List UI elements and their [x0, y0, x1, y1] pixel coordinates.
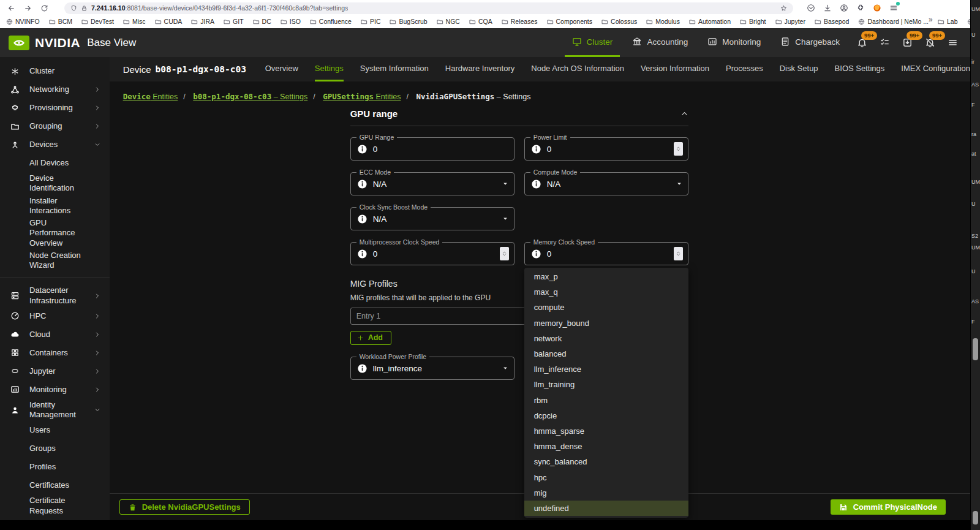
bookmark[interactable]: DC [253, 18, 271, 25]
pocket-icon[interactable] [807, 4, 815, 12]
account-icon[interactable] [840, 4, 848, 12]
browser-forward-button[interactable] [24, 4, 32, 12]
shield-icon[interactable] [70, 5, 77, 12]
device-tab[interactable]: Overview [265, 57, 298, 81]
sidebar-item[interactable]: All Devices [0, 154, 110, 172]
sidebar-item[interactable]: Provisioning [0, 99, 110, 117]
bookmark[interactable]: BugScrub [390, 18, 427, 25]
dropdown-option[interactable]: hpc [524, 469, 688, 485]
browser-menu-icon[interactable] [889, 4, 898, 12]
sidebar-item[interactable]: Jupyter [0, 362, 110, 380]
sidebar-item[interactable]: Node Creation Wizard [0, 249, 110, 272]
sidebar-item[interactable]: Certificate Requests [0, 494, 110, 517]
device-tab[interactable]: Disk Setup [780, 57, 818, 81]
bookmark[interactable]: Modulus [646, 18, 680, 25]
info-icon[interactable] [357, 363, 368, 374]
delete-settings-button[interactable]: Delete NvidiaGPUSettings [119, 499, 250, 515]
sidebar-item[interactable]: Devices [0, 135, 110, 154]
dropdown-option[interactable]: max_p [524, 269, 688, 284]
bookmark[interactable]: Lab [938, 18, 958, 25]
sidebar-item[interactable]: HPC [0, 307, 110, 325]
memory-clock-speed-field[interactable]: Memory Clock Speed 0 [524, 242, 688, 265]
dropdown-option[interactable]: llm_training [524, 377, 688, 392]
breadcrumb-item[interactable]: GPUSettings Entities [307, 92, 401, 101]
breadcrumb-item[interactable]: Device Entities [123, 92, 178, 101]
clock-sync-boost-mode-select[interactable]: Clock Sync Boost Mode N/A [350, 207, 514, 230]
device-tab[interactable]: BIOS Settings [835, 57, 885, 81]
bookmark[interactable]: ISO [281, 18, 301, 25]
dropdown-option[interactable]: mig [524, 485, 688, 501]
dropdown-option[interactable]: hmma_sparse [524, 423, 688, 439]
bookmark[interactable]: NGC [437, 18, 460, 25]
firefox-icon[interactable] [873, 4, 881, 12]
device-tab[interactable]: System Information [360, 57, 429, 81]
sidebar-item[interactable]: Groups [0, 439, 110, 458]
browser-back-button[interactable] [7, 4, 15, 12]
sidebar-item[interactable] [0, 278, 110, 278]
sidebar-item[interactable]: Certificates [0, 476, 110, 494]
breadcrumb-item[interactable]: b08-p1-dgx-08-c03 – Settings [178, 92, 307, 101]
info-icon[interactable] [357, 144, 368, 154]
bookmark[interactable]: Jupyter [775, 18, 805, 25]
info-icon[interactable] [531, 144, 541, 154]
header-nav-item[interactable]: Monitoring [700, 28, 768, 57]
sidebar-item[interactable]: Monitoring [0, 380, 110, 399]
sidebar-item[interactable]: Networking [0, 80, 110, 99]
dropdown-option[interactable]: compute [524, 300, 688, 315]
info-icon[interactable] [357, 179, 368, 189]
updates-button[interactable]: 99+ [902, 37, 913, 48]
bookmark[interactable]: BCM [49, 18, 72, 25]
dropdown-option[interactable]: network [524, 331, 688, 346]
scrollbar-thumb[interactable] [973, 338, 978, 360]
browser-reload-button[interactable] [40, 4, 48, 12]
header-nav-item[interactable]: Chargeback [773, 28, 847, 57]
bookmark[interactable]: Basepod [815, 18, 849, 25]
bookmark[interactable]: DevTest [81, 18, 114, 25]
bookmark[interactable]: NVINFO [6, 18, 40, 25]
address-bar[interactable]: 7.241.16.10:8081/base-view/device/0434b9… [64, 2, 793, 14]
info-icon[interactable] [357, 249, 368, 259]
sidebar-item[interactable]: Datacenter Infrastructure [0, 284, 110, 307]
number-stepper[interactable] [674, 142, 683, 156]
power-limit-field[interactable]: Power Limit 0 [524, 137, 688, 161]
ecc-mode-select[interactable]: ECC Mode N/A [350, 172, 514, 195]
bookmark[interactable]: PIC [361, 18, 381, 25]
notifications-button[interactable]: 99+ [857, 37, 867, 48]
collapse-section-icon[interactable] [680, 110, 688, 118]
header-nav-item[interactable]: Cluster [565, 28, 620, 57]
bookmark-star-icon[interactable] [780, 5, 787, 12]
sidebar-item[interactable]: Installer Interactions [0, 195, 110, 218]
number-stepper[interactable] [500, 247, 509, 260]
breadcrumb-item[interactable]: NvidiaGPUSettings – Settings [401, 92, 530, 101]
brand[interactable]: NVIDIA Base View [0, 28, 136, 57]
bookmark[interactable]: Bright [740, 18, 766, 25]
compute-mode-select[interactable]: Compute Mode N/A [524, 172, 688, 195]
bookmark[interactable]: Dashboard | NeMo ... [858, 18, 929, 25]
device-tab[interactable]: Processes [726, 57, 763, 81]
sidebar-item[interactable]: GPU Performance Overview [0, 217, 110, 249]
device-tab[interactable]: Settings [315, 57, 344, 81]
alerts-button[interactable]: 99+ [925, 37, 935, 48]
info-icon[interactable] [531, 249, 541, 259]
add-mig-profile-button[interactable]: Add [350, 331, 391, 345]
dropdown-option[interactable]: sync_balanced [524, 454, 688, 469]
bookmark[interactable]: GIT [224, 18, 244, 25]
url-text[interactable]: 7.241.16.10:8081/base-view/device/0434b9… [91, 4, 348, 12]
bookmark[interactable]: JIRA [191, 18, 214, 25]
bookmark[interactable]: Components [547, 18, 593, 25]
dropdown-option[interactable]: balanced [524, 346, 688, 362]
number-stepper[interactable] [674, 247, 683, 260]
sidebar-item[interactable]: Device Identification [0, 172, 110, 195]
bookmark[interactable]: CQA [469, 18, 492, 25]
device-tab[interactable]: Node Arch OS Information [531, 57, 624, 81]
dropdown-option[interactable]: hmma_dense [524, 439, 688, 454]
bookmark[interactable]: CUDA [155, 18, 183, 25]
bookmark[interactable]: Releases [502, 18, 538, 25]
bookmarks-overflow-chevron[interactable]: » [929, 15, 938, 24]
sidebar-item[interactable]: Identity Management [0, 399, 110, 422]
multiprocessor-clock-speed-field[interactable]: Multiprocessor Clock Speed 0 [350, 242, 514, 265]
device-tab[interactable]: Version Information [641, 57, 709, 81]
bookmark[interactable]: Automation [689, 18, 731, 25]
bookmark[interactable]: Misc [123, 18, 146, 25]
device-tab[interactable]: IMEX Configuration [901, 57, 970, 81]
